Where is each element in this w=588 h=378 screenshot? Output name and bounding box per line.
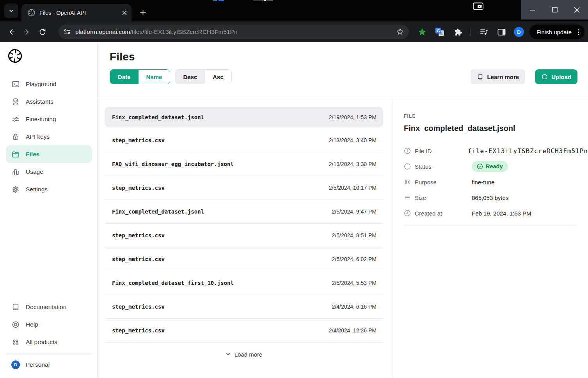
- status-ready-badge: Ready: [472, 161, 508, 172]
- file-row[interactable]: step_metrics.csv 2/4/2024, 6:16 PM: [105, 295, 383, 319]
- sidebar-item-usage[interactable]: Usage: [6, 163, 92, 180]
- browser-profile-avatar[interactable]: D: [514, 27, 524, 37]
- toolbar-divider: [471, 28, 471, 36]
- browser-window: Files - OpenAI API: [0, 0, 588, 378]
- browser-toolbar: platform.openai.com/files/file-EX13iLyIS…: [0, 21, 588, 42]
- sidebar-item-api-keys[interactable]: API keys: [6, 128, 92, 145]
- sidebar-item-label: Files: [26, 151, 39, 158]
- bookmark-star-icon[interactable]: [396, 28, 404, 36]
- side-panel-icon[interactable]: [496, 27, 506, 37]
- sidebar-nav: Playground Assistants: [6, 75, 92, 198]
- file-row[interactable]: step_metrics.csv 2/5/2024, 6:02 PM: [105, 247, 383, 271]
- sidebar-item-label: Playground: [26, 81, 56, 88]
- sidebar: Playground Assistants: [0, 42, 98, 378]
- detail-file-title: Finx_completed_dataset.jsonl: [404, 124, 588, 133]
- sidebar-item-playground[interactable]: Playground: [6, 75, 92, 93]
- sidebar-item-files[interactable]: Files: [6, 145, 92, 163]
- reload-button[interactable]: [36, 25, 49, 39]
- sidebar-item-settings[interactable]: Settings: [6, 180, 92, 198]
- purpose-value: fine-tune: [472, 179, 494, 185]
- finish-update-button[interactable]: Finish update: [529, 25, 584, 39]
- sort-by-name-button[interactable]: Name: [139, 70, 170, 84]
- detail-label: Status: [415, 163, 472, 170]
- file-row[interactable]: step_metrics.csv 2/4/2024, 12:26 PM: [105, 319, 383, 343]
- file-row[interactable]: Finx_completed_dataset.jsonl 2/5/2024, 9…: [105, 200, 383, 224]
- upload-label: Upload: [551, 74, 571, 80]
- learn-more-button[interactable]: Learn more: [471, 69, 525, 84]
- sort-field-toggle: Date Name: [110, 69, 170, 84]
- grid-icon: [11, 338, 20, 346]
- sidebar-item-help[interactable]: Help: [6, 316, 92, 333]
- extension-green-star-icon[interactable]: [417, 27, 427, 37]
- sort-order-toggle: Desc Asc: [175, 69, 231, 84]
- sidebar-item-label: Assistants: [26, 98, 53, 105]
- extension-translate-icon[interactable]: a G: [435, 27, 445, 37]
- file-row[interactable]: FAQ_wifi_dinosaur_egg_incubator.jsonl 2/…: [105, 152, 383, 176]
- sidebar-account-personal[interactable]: D Personal: [6, 356, 92, 373]
- folder-icon: [11, 150, 20, 159]
- media-playlist-icon[interactable]: [479, 27, 489, 37]
- detail-eyebrow: FILE: [404, 113, 588, 119]
- clock-icon: [404, 210, 411, 217]
- sliders-icon: [11, 115, 20, 124]
- file-name: step_metrics.csv: [112, 137, 165, 143]
- back-button[interactable]: [5, 25, 18, 39]
- file-row[interactable]: step_metrics.csv 2/5/2024, 10:17 PM: [105, 176, 383, 200]
- background-window-sliver: [213, 0, 217, 1]
- sidebar-item-label: All products: [26, 339, 57, 346]
- check-circle-icon: [477, 163, 483, 170]
- upload-icon: [541, 73, 548, 80]
- file-modified: 2/5/2024, 10:17 PM: [329, 185, 377, 191]
- sidebar-item-label: Settings: [26, 186, 48, 193]
- background-window-sliver: [219, 0, 224, 1]
- sidebar-footer: Documentation Help: [6, 298, 92, 373]
- load-more-button[interactable]: Load more: [105, 346, 383, 362]
- media-capture-indicator-icon[interactable]: [473, 2, 483, 12]
- browser-menu-kebab-icon[interactable]: [576, 29, 581, 35]
- file-name: Finx_completed_dataset.jsonl: [112, 114, 204, 120]
- file-row[interactable]: Finx_completed_dataset_first_10.jsonl 2/…: [105, 271, 383, 295]
- purpose-grid-icon: [404, 178, 411, 185]
- tab-title: Files - OpenAI API: [39, 10, 122, 16]
- tab-search-button[interactable]: [4, 4, 18, 18]
- file-modified: 2/4/2024, 12:26 PM: [329, 327, 377, 334]
- detail-label: Purpose: [415, 179, 472, 185]
- upload-button[interactable]: Upload: [535, 69, 577, 84]
- status-text: Ready: [486, 163, 503, 170]
- detail-divider: [404, 226, 577, 226]
- window-maximize-button[interactable]: [544, 0, 566, 19]
- detail-label: Created at: [415, 210, 472, 217]
- address-bar[interactable]: platform.openai.com/files/file-EX13iLyIS…: [59, 25, 409, 39]
- sort-asc-button[interactable]: Asc: [205, 70, 231, 84]
- forward-button[interactable]: [20, 25, 34, 39]
- files-header: Files Date Name Desc Asc Learn m: [98, 42, 588, 97]
- file-detail-panel: FILE Finx_completed_dataset.jsonl File I…: [391, 97, 588, 378]
- file-name: step_metrics.csv: [112, 232, 165, 238]
- sidebar-item-documentation[interactable]: Documentation: [6, 298, 92, 316]
- url-path: /files/file-EX13iLyISBZcreRCH3Fm51Pn: [130, 28, 237, 35]
- sidebar-item-assistants[interactable]: Assistants: [6, 93, 92, 110]
- sidebar-item-all-products[interactable]: All products: [6, 333, 92, 351]
- detail-rows: File ID file-EX13iLyISBZcreRCH3Fm51Pn St…: [404, 143, 588, 221]
- file-modified: 2/4/2024, 6:16 PM: [332, 304, 377, 310]
- window-close-button[interactable]: [566, 0, 588, 19]
- openai-logo[interactable]: [8, 49, 92, 65]
- extensions-puzzle-icon[interactable]: [453, 27, 463, 37]
- book-icon: [11, 303, 20, 311]
- browser-tab[interactable]: Files - OpenAI API: [21, 4, 131, 21]
- file-name: step_metrics.csv: [112, 185, 165, 191]
- window-minimize-button[interactable]: [521, 0, 544, 19]
- sort-controls: Date Name Desc Asc: [110, 69, 232, 84]
- sort-by-date-button[interactable]: Date: [110, 70, 139, 84]
- file-row[interactable]: step_metrics.csv 2/5/2024, 8:51 PM: [105, 224, 383, 247]
- site-settings-icon[interactable]: [64, 28, 71, 35]
- chevron-down-icon: [9, 8, 14, 14]
- sort-desc-button[interactable]: Desc: [175, 70, 205, 84]
- file-modified: 2/19/2024, 1:53 PM: [329, 114, 377, 120]
- detail-row-size: Size 865,053 bytes: [404, 190, 588, 205]
- sidebar-item-fine-tuning[interactable]: Fine-tuning: [6, 110, 92, 128]
- new-tab-button[interactable]: [137, 6, 149, 19]
- tab-close-icon[interactable]: [122, 11, 127, 15]
- file-row-selected[interactable]: Finx_completed_dataset.jsonl 2/19/2024, …: [105, 107, 383, 127]
- file-row[interactable]: step_metrics.csv 2/13/2024, 3:40 PM: [105, 129, 383, 152]
